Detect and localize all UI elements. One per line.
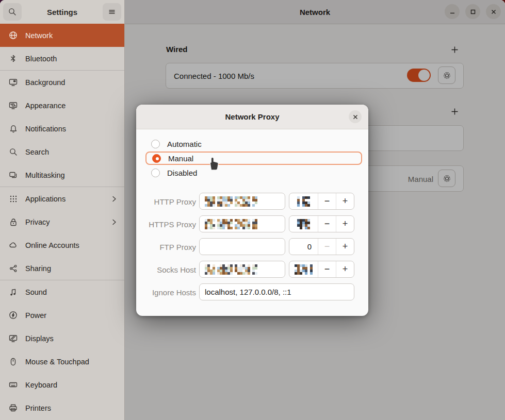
sidebar-item-power[interactable]: Power <box>0 304 124 327</box>
spin-plus-button[interactable]: + <box>336 261 354 277</box>
redacted-port <box>295 264 313 275</box>
ftp-port-value: 0 <box>289 239 318 255</box>
spin-minus-button[interactable]: − <box>318 216 336 232</box>
spin-plus-button[interactable]: + <box>336 193 354 209</box>
sidebar-item-label: Applications <box>25 195 103 203</box>
sidebar-item-search[interactable]: Search <box>0 140 124 163</box>
redacted-value <box>205 219 257 229</box>
ignore-hosts-value: localhost, 127.0.0.0/8, ::1 <box>205 288 291 296</box>
sidebar-item-sharing[interactable]: Sharing <box>0 257 124 280</box>
radio-disabled[interactable] <box>151 169 160 177</box>
sidebar-item-label: Background <box>25 78 117 87</box>
sidebar-item-bluetooth[interactable]: Bluetooth <box>0 47 124 70</box>
sidebar-item-displays[interactable]: Displays <box>0 327 124 350</box>
sidebar-item-appearance[interactable]: Appearance <box>0 94 124 117</box>
settings-window: Settings Network Bluetooth <box>0 0 505 420</box>
https-proxy-port-spinner[interactable]: − + <box>289 215 354 232</box>
sidebar-item-label: Appearance <box>25 102 117 110</box>
chevron-right-icon <box>111 196 117 202</box>
sidebar-item-mouse-touchpad[interactable]: Mouse & Touchpad <box>0 350 124 373</box>
sidebar-item-label: Network <box>25 31 117 40</box>
ftp-proxy-input[interactable] <box>199 238 285 255</box>
ignore-hosts-label: Ignore Hosts <box>136 288 196 297</box>
socks-host-input[interactable] <box>199 261 285 278</box>
http-proxy-input[interactable] <box>199 193 285 210</box>
sidebar-item-label: Bluetooth <box>25 55 117 63</box>
sidebar-item-applications[interactable]: Applications <box>0 187 124 210</box>
keyboard-icon <box>9 380 18 389</box>
sidebar-item-label: Keyboard <box>25 381 117 389</box>
sidebar-item-privacy[interactable]: Privacy <box>0 210 124 233</box>
search-button[interactable] <box>3 3 22 21</box>
bluetooth-icon <box>9 54 18 63</box>
socks-port-spinner[interactable]: − + <box>289 261 354 278</box>
app-grid-icon <box>9 194 18 203</box>
magnifier-icon <box>9 147 18 156</box>
sidebar-item-label: Sharing <box>25 264 117 273</box>
sidebar-item-keyboard[interactable]: Keyboard <box>0 373 124 396</box>
spin-minus-button[interactable]: − <box>318 193 336 209</box>
redacted-value <box>205 264 257 275</box>
sidebar-item-label: Displays <box>25 334 117 343</box>
close-icon <box>352 114 359 120</box>
windows-icon <box>9 171 18 179</box>
power-bolt-icon <box>9 311 18 320</box>
redacted-port <box>297 196 310 207</box>
https-proxy-label: HTTPS Proxy <box>136 220 196 229</box>
radio-label: Disabled <box>167 169 197 177</box>
mouse-icon <box>9 357 18 366</box>
radio-row-automatic[interactable]: Automatic <box>145 137 362 150</box>
sidebar-item-network[interactable]: Network <box>0 24 124 47</box>
sidebar-item-label: Printers <box>25 404 117 412</box>
printer-icon <box>9 404 18 412</box>
monitor-icon <box>9 334 18 343</box>
redacted-value <box>205 196 257 207</box>
background-icon <box>9 78 18 87</box>
hamburger-menu-icon <box>108 8 116 16</box>
sidebar-title: Settings <box>47 8 77 16</box>
http-proxy-label: HTTP Proxy <box>136 197 196 206</box>
radio-label: Automatic <box>167 140 202 148</box>
cloud-icon <box>9 241 18 249</box>
ftp-proxy-label: FTP Proxy <box>136 243 196 251</box>
sidebar-item-label: Online Accounts <box>25 241 117 249</box>
radio-row-manual[interactable]: Manual <box>145 152 362 165</box>
sidebar-item-background[interactable]: Background <box>0 71 124 94</box>
https-proxy-input[interactable] <box>199 215 285 232</box>
dialog-header[interactable]: Network Proxy <box>136 105 368 129</box>
sidebar-item-label: Multitasking <box>25 171 117 179</box>
dialog-close-button[interactable] <box>349 110 362 123</box>
share-nodes-icon <box>9 264 18 273</box>
sidebar-item-multitasking[interactable]: Multitasking <box>0 163 124 187</box>
redacted-port <box>297 219 310 229</box>
radio-automatic[interactable] <box>151 140 160 148</box>
radio-row-disabled[interactable]: Disabled <box>145 166 362 179</box>
spin-plus-button[interactable]: + <box>336 239 354 255</box>
radio-label: Manual <box>168 154 193 163</box>
sidebar-list: Network Bluetooth Background Appearance <box>0 24 124 420</box>
primary-menu-button[interactable] <box>103 3 121 21</box>
http-proxy-port-spinner[interactable]: − + <box>289 193 354 210</box>
sidebar-item-notifications[interactable]: Notifications <box>0 117 124 140</box>
sidebar-titlebar: Settings <box>0 0 124 24</box>
network-proxy-dialog: Network Proxy Automatic Manual Disabled … <box>136 105 368 316</box>
sidebar: Settings Network Bluetooth <box>0 0 125 420</box>
socks-host-label: Socks Host <box>136 265 196 274</box>
hand-cursor <box>207 156 220 172</box>
spin-minus-button[interactable]: − <box>318 239 336 255</box>
ignore-hosts-input[interactable]: localhost, 127.0.0.0/8, ::1 <box>199 283 354 300</box>
sidebar-item-online-accounts[interactable]: Online Accounts <box>0 233 124 257</box>
sidebar-item-printers[interactable]: Printers <box>0 396 124 419</box>
sidebar-item-label: Mouse & Touchpad <box>25 358 117 366</box>
radio-manual[interactable] <box>152 154 161 163</box>
sidebar-item-label: Power <box>25 311 117 320</box>
ftp-proxy-port-spinner[interactable]: 0 − + <box>289 238 354 255</box>
spin-plus-button[interactable]: + <box>336 216 354 232</box>
appearance-icon <box>9 101 18 110</box>
search-icon <box>8 8 17 16</box>
sidebar-item-label: Notifications <box>25 125 117 133</box>
bell-icon <box>9 124 18 133</box>
sidebar-item-sound[interactable]: Sound <box>0 280 124 304</box>
music-note-icon <box>9 288 18 296</box>
spin-minus-button[interactable]: − <box>318 261 336 277</box>
